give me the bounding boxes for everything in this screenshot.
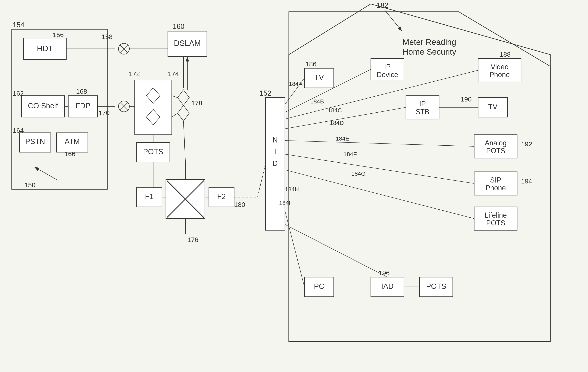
box-pots2: POTS — [426, 282, 446, 290]
diagram-svg: 154 HDT 156 CO Shelf 162 FDP 168 PSTN 16… — [0, 0, 588, 372]
label-184i: 184I — [279, 200, 290, 206]
label-184g: 184G — [351, 170, 366, 177]
box-nid-n: N — [273, 136, 278, 144]
box-videophone-line1: Video — [491, 63, 508, 71]
label-192: 192 — [521, 140, 532, 148]
box-videophone-line2: Phone — [489, 71, 510, 79]
label-188: 188 — [500, 51, 511, 58]
box-analogpots-line2: POTS — [486, 147, 505, 155]
label-152: 152 — [260, 89, 271, 97]
label-166: 166 — [64, 150, 75, 158]
text-meter-reading: Meter Reading — [402, 37, 456, 47]
label-184f: 184F — [344, 151, 357, 157]
label-184d: 184D — [330, 120, 344, 126]
box-ipstb-line2: STB — [416, 108, 429, 116]
label-184a: 184A — [289, 81, 303, 87]
diagram-container: 154 HDT 156 CO Shelf 162 FDP 168 PSTN 16… — [0, 0, 588, 372]
box-sipphone-line2: Phone — [485, 184, 506, 192]
label-168: 168 — [76, 88, 87, 95]
box-fdp: FDP — [75, 102, 90, 110]
label-158: 158 — [102, 33, 113, 40]
label-160: 160 — [173, 22, 184, 31]
box-lifelinepots-line1: Lifeline — [484, 211, 507, 219]
label-172: 172 — [129, 70, 140, 77]
box-dslam: DSLAM — [174, 39, 201, 47]
label-184h: 184H — [285, 186, 299, 192]
label-162: 162 — [13, 90, 24, 97]
label-170: 170 — [99, 109, 110, 117]
label-164: 164 — [13, 127, 24, 134]
box-tv1: TV — [315, 73, 324, 82]
box-ipstb-line1: IP — [419, 100, 426, 108]
label-194: 194 — [521, 177, 532, 185]
box-pots: POTS — [143, 148, 163, 156]
label-184e: 184E — [336, 135, 349, 142]
box-hdt: HDT — [37, 44, 53, 53]
box-iad: IAD — [381, 282, 393, 290]
label-178: 178 — [191, 99, 202, 107]
box-analogpots-line1: Analog — [485, 139, 507, 147]
box-tv2: TV — [488, 103, 498, 111]
box-nid-i: I — [274, 148, 276, 156]
label-150: 150 — [24, 181, 35, 189]
box-f1: F1 — [145, 192, 154, 201]
label-176: 176 — [187, 236, 199, 243]
box-ipdevice-line2: Device — [377, 71, 398, 79]
label-154: 154 — [13, 21, 24, 29]
label-180: 180 — [234, 201, 245, 208]
box-f2: F2 — [217, 192, 226, 201]
box-lifelinepots-line2: POTS — [486, 219, 505, 227]
label-174: 174 — [168, 70, 179, 77]
box-sipphone-line1: SIP — [490, 176, 501, 184]
box-pc: PC — [314, 282, 324, 290]
box-coshelf: CO Shelf — [28, 102, 58, 110]
svg-rect-18 — [135, 80, 172, 135]
box-nid-d: D — [273, 159, 278, 168]
text-home-security: Home Security — [402, 47, 456, 56]
box-pstn: PSTN — [25, 138, 45, 146]
box-atm: ATM — [65, 138, 80, 146]
label-190: 190 — [461, 96, 472, 103]
label-156: 156 — [53, 31, 64, 38]
label-184c: 184C — [328, 107, 342, 113]
box-ipdevice-line1: IP — [384, 63, 391, 71]
label-182: 182 — [377, 1, 388, 9]
label-186: 186 — [305, 60, 316, 68]
label-184b: 184B — [310, 98, 324, 105]
